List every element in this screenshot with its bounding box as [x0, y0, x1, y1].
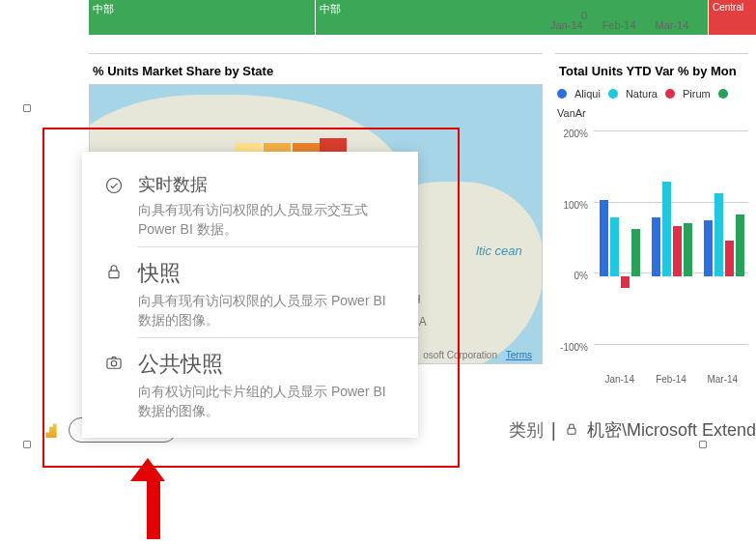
ytick: 100% — [555, 200, 588, 211]
lock-icon — [564, 419, 579, 442]
confidentiality-label: 机密\Microsoft Extend — [587, 418, 756, 442]
powerbi-icon — [43, 422, 59, 438]
ocean-label: ltic cean — [476, 244, 522, 258]
bar — [652, 217, 660, 276]
plot-area — [594, 129, 748, 365]
data-mode-dropdown: 实时数据 向具有现有访问权限的人员显示交互式 Power BI 数据。 快照 向… — [82, 152, 418, 438]
menu-item-title: 快照 — [138, 261, 397, 286]
map-terms-link[interactable]: Terms — [506, 350, 532, 360]
bar — [600, 200, 608, 277]
legend-label: Pirum — [683, 88, 711, 100]
legend-dot-natura — [608, 89, 618, 99]
ytick: 0% — [555, 271, 588, 281]
svg-rect-5 — [568, 428, 575, 434]
menu-item-snapshot[interactable]: 快照 向具有现有访问权限的人员显示 Power BI 数据的图像。 — [82, 247, 418, 337]
menu-item-desc: 向有权访问此卡片组的人员显示 Power BI 数据的图像。 — [138, 382, 397, 421]
bar — [662, 182, 671, 276]
annotation-arrow — [141, 458, 165, 539]
xtick: Mar-14 — [697, 374, 748, 385]
bar-chart[interactable]: 200% 100% 0% -100% Jan-14 Feb-14 Mar-14 — [555, 129, 748, 385]
bar — [621, 276, 630, 288]
selection-handle[interactable] — [23, 441, 31, 448]
legend-dot-pirum — [665, 89, 675, 99]
bar — [684, 223, 692, 276]
menu-item-live-data[interactable]: 实时数据 向具有现有访问权限的人员显示交互式 Power BI 数据。 — [82, 161, 418, 246]
bar — [704, 220, 713, 276]
legend-label: Natura — [626, 88, 658, 100]
bar — [714, 193, 723, 276]
legend-label: VanAr — [557, 107, 586, 119]
panel-title-ytd: Total Units YTD Var % by Mon — [555, 54, 748, 84]
x-axis: Jan-14 Feb-14 Mar-14 — [594, 374, 748, 385]
ytick: -100% — [555, 342, 588, 353]
menu-item-public-snapshot[interactable]: 公共快照 向有权访问此卡片组的人员显示 Power BI 数据的图像。 — [82, 338, 418, 428]
svg-point-0 — [107, 179, 122, 193]
bar — [610, 217, 619, 276]
bar — [631, 229, 640, 276]
selection-handle[interactable] — [23, 104, 31, 112]
menu-item-desc: 向具有现有访问权限的人员显示 Power BI 数据的图像。 — [138, 291, 397, 330]
legend-dot-vanar — [718, 89, 728, 99]
bar — [736, 215, 744, 276]
xtick: Jan-14 — [594, 374, 645, 385]
svg-rect-2 — [107, 358, 121, 368]
bar — [725, 241, 734, 276]
check-circle-icon — [103, 175, 125, 196]
menu-item-desc: 向具有现有访问权限的人员显示交互式 Power BI 数据。 — [138, 200, 397, 240]
top-axis-ticks: Jan-14 Feb-14 Mar-14 — [550, 19, 756, 31]
chart-legend: Aliqui Natura Pirum VanAr — [555, 84, 748, 123]
bar — [673, 226, 682, 276]
panel-title-map: % Units Market Share by State — [89, 54, 543, 84]
legend-dot-aliqui — [557, 89, 567, 99]
svg-rect-1 — [109, 271, 119, 278]
map-copyright: osoft Corporation — [423, 350, 497, 360]
bars — [594, 129, 748, 365]
panel-ytd-var: Total Units YTD Var % by Mon Aliqui Natu… — [555, 53, 748, 372]
separator: | — [551, 419, 556, 442]
xtick: Feb-14 — [645, 374, 696, 385]
selection-handle[interactable] — [699, 441, 707, 448]
tick-jan: Jan-14 — [550, 19, 583, 31]
camera-icon — [103, 352, 125, 373]
legend-label: Aliqui — [574, 88, 601, 100]
ytick: 200% — [555, 129, 588, 139]
svg-point-3 — [111, 361, 117, 367]
tick-feb: Feb-14 — [602, 19, 636, 31]
strip-segment-1: 中部 — [89, 0, 315, 35]
menu-item-title: 公共快照 — [138, 352, 397, 377]
lock-icon — [103, 261, 125, 282]
y-axis: 200% 100% 0% -100% — [555, 129, 590, 365]
category-label: 类别 — [509, 418, 544, 442]
menu-item-title: 实时数据 — [138, 175, 397, 196]
tick-mar: Mar-14 — [656, 19, 689, 31]
